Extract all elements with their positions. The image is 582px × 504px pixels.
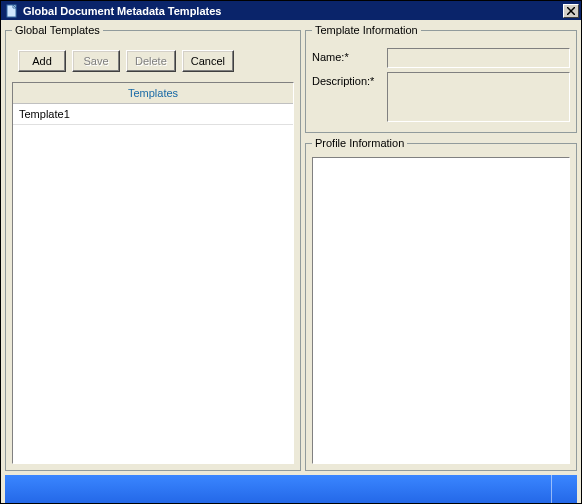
templates-header[interactable]: Templates (13, 83, 293, 104)
profile-info-legend: Profile Information (312, 137, 407, 149)
template-info-legend: Template Information (312, 24, 421, 36)
button-row: Add Save Delete Cancel (18, 50, 294, 72)
table-row[interactable]: Template1 (13, 104, 293, 125)
templates-table: Templates Template1 (12, 82, 294, 464)
close-icon (567, 7, 575, 15)
global-templates-legend: Global Templates (12, 24, 103, 36)
window-title: Global Document Metadata Templates (23, 5, 221, 17)
client-area: Global Templates Add Save Delete Cancel … (1, 20, 581, 503)
name-row: Name:* (312, 48, 570, 68)
description-field[interactable] (387, 72, 570, 122)
name-field[interactable] (387, 48, 570, 68)
description-row: Description:* (312, 72, 570, 122)
window: Global Document Metadata Templates Globa… (0, 0, 582, 504)
profile-area[interactable] (312, 157, 570, 464)
cancel-button[interactable]: Cancel (182, 50, 234, 72)
save-button[interactable]: Save (72, 50, 120, 72)
titlebar: Global Document Metadata Templates (1, 1, 581, 20)
close-button[interactable] (563, 4, 579, 18)
statusbar (5, 475, 577, 503)
resize-grip[interactable] (551, 475, 577, 503)
global-templates-group: Global Templates Add Save Delete Cancel … (5, 24, 301, 471)
columns: Global Templates Add Save Delete Cancel … (5, 24, 577, 471)
left-column: Global Templates Add Save Delete Cancel … (5, 24, 301, 471)
name-label: Name:* (312, 48, 387, 63)
add-button[interactable]: Add (18, 50, 66, 72)
delete-button[interactable]: Delete (126, 50, 176, 72)
description-label: Description:* (312, 72, 387, 87)
profile-info-group: Profile Information (305, 137, 577, 471)
template-info-group: Template Information Name:* Description:… (305, 24, 577, 133)
right-column: Template Information Name:* Description:… (305, 24, 577, 471)
document-icon (5, 4, 19, 18)
